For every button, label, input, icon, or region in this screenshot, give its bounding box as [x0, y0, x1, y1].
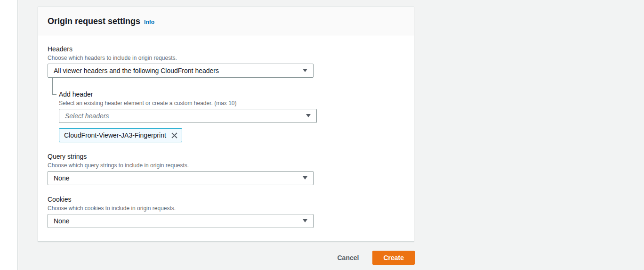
- header-token-label: CloudFront-Viewer-JA3-Fingerprint: [64, 131, 166, 140]
- add-header-select[interactable]: Select headers: [59, 109, 317, 123]
- headers-select[interactable]: All viewer headers and the following Clo…: [48, 64, 314, 78]
- panel-header: Origin request settingsInfo: [38, 7, 414, 35]
- header-token: CloudFront-Viewer-JA3-Fingerprint: [59, 128, 182, 142]
- panel-body: Headers Choose which headers to include …: [38, 35, 414, 228]
- headers-field: Headers Choose which headers to include …: [48, 45, 404, 78]
- info-link[interactable]: Info: [144, 19, 154, 25]
- cancel-button[interactable]: Cancel: [327, 251, 369, 264]
- headers-label: Headers: [48, 45, 404, 53]
- chevron-down-icon: [306, 114, 311, 118]
- headers-description: Choose which headers to include in origi…: [48, 54, 404, 62]
- query-strings-select[interactable]: None: [48, 171, 314, 185]
- headers-select-value: All viewer headers and the following Clo…: [54, 67, 219, 74]
- cookies-field: Cookies Choose which cookies to include …: [48, 195, 404, 228]
- query-strings-field: Query strings Choose which query strings…: [48, 152, 404, 185]
- add-header-description: Select an existing header element or cre…: [59, 99, 404, 107]
- origin-request-settings-panel: Origin request settingsInfo Headers Choo…: [38, 7, 414, 242]
- query-strings-label: Query strings: [48, 152, 404, 161]
- connector-line: [52, 78, 56, 95]
- chevron-down-icon: [303, 219, 307, 223]
- create-button[interactable]: Create: [372, 251, 415, 265]
- add-header-label: Add header: [59, 90, 404, 98]
- add-header-select-placeholder: Select headers: [65, 112, 109, 120]
- add-header-field: Add header Select an existing header ele…: [59, 90, 404, 142]
- query-strings-description: Choose which query strings to include in…: [48, 162, 404, 169]
- left-sidebar-edge: [0, 0, 18, 270]
- remove-token-button[interactable]: [171, 132, 178, 139]
- form-actions: Cancel Create: [38, 251, 415, 265]
- cookies-select-value: None: [54, 217, 69, 225]
- chevron-down-icon: [303, 176, 307, 180]
- close-icon: [171, 132, 178, 139]
- chevron-down-icon: [303, 69, 307, 73]
- panel-title: Origin request settings: [48, 16, 140, 26]
- query-strings-select-value: None: [54, 174, 69, 182]
- cookies-description: Choose which cookies to include in origi…: [48, 205, 404, 212]
- cookies-label: Cookies: [48, 195, 404, 204]
- cookies-select[interactable]: None: [48, 214, 314, 228]
